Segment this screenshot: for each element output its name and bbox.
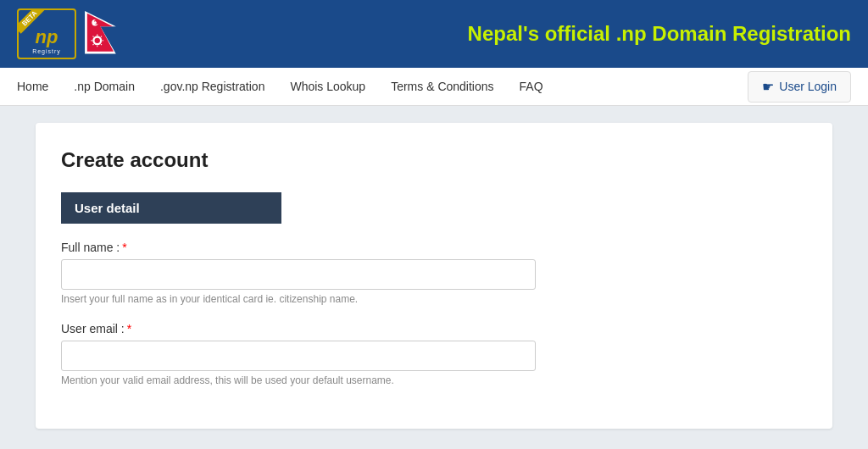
user-email-input[interactable]: [61, 341, 536, 371]
logo-text: np: [36, 26, 58, 48]
nav-item-terms-conditions[interactable]: Terms & Conditions: [391, 69, 493, 103]
svg-line-16: [101, 36, 102, 36]
logo-area: BETA np Registry: [17, 8, 125, 59]
user-email-group: User email :* Mention your valid email a…: [61, 322, 807, 386]
user-email-hint: Mention your valid email address, this w…: [61, 374, 807, 386]
full-name-hint: Insert your full name as in your identic…: [61, 293, 807, 305]
nepal-flag-icon: [83, 11, 125, 58]
page-title: Create account: [61, 148, 807, 172]
site-header: BETA np Registry: [0, 0, 868, 68]
nav-item-faq[interactable]: FAQ: [520, 69, 543, 103]
header-title: Nepal's official .np Domain Registration: [468, 22, 851, 46]
user-icon: ☛: [762, 79, 774, 95]
svg-line-15: [93, 36, 94, 36]
user-email-label: User email :*: [61, 322, 807, 335]
main-content: Create account User detail Full name :* …: [19, 106, 849, 446]
navigation: Home .np Domain .gov.np Registration Who…: [0, 68, 868, 106]
full-name-label: Full name :*: [61, 241, 807, 254]
nav-item-govnp-registration[interactable]: .gov.np Registration: [160, 69, 264, 103]
full-name-input[interactable]: [61, 259, 536, 290]
user-login-button[interactable]: ☛ User Login: [748, 71, 851, 103]
nav-item-np-domain[interactable]: .np Domain: [74, 69, 135, 103]
form-card: Create account User detail Full name :* …: [36, 123, 832, 429]
registry-label: Registry: [32, 48, 61, 54]
nav-item-whois-lookup[interactable]: Whois Lookup: [290, 69, 365, 103]
full-name-group: Full name :* Insert your full name as in…: [61, 241, 807, 305]
user-email-required: *: [127, 322, 131, 335]
svg-point-10: [95, 37, 100, 42]
full-name-required: *: [122, 241, 126, 254]
svg-line-18: [101, 44, 102, 45]
section-header: User detail: [61, 192, 281, 224]
logo-box: BETA np Registry: [17, 8, 76, 59]
svg-line-17: [93, 44, 94, 45]
user-login-label: User Login: [779, 80, 837, 93]
nav-item-home[interactable]: Home: [17, 69, 48, 103]
